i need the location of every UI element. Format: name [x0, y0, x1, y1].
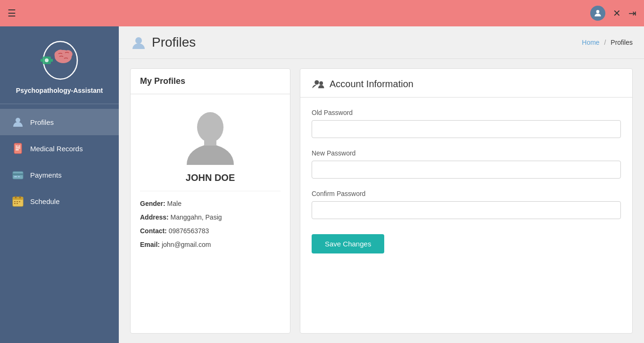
svg-rect-19 — [18, 176, 20, 177]
profile-avatar — [182, 104, 239, 165]
hamburger-icon[interactable]: ☰ — [8, 8, 16, 19]
svg-rect-23 — [19, 196, 21, 198]
address-label: Address: — [140, 213, 169, 221]
email-label: Email: — [140, 241, 160, 248]
sidebar-nav: Profiles Medical Records — [0, 104, 119, 219]
svg-rect-7 — [41, 59, 42, 62]
svg-point-33 — [319, 82, 323, 85]
sidebar: Psychopathology-Assistant Profiles — [0, 26, 119, 343]
breadcrumb-current: Profiles — [611, 39, 633, 46]
confirm-password-input[interactable] — [312, 201, 621, 219]
address-value: Manggahn, Pasig — [171, 213, 222, 221]
page-title: Profiles — [152, 35, 196, 50]
svg-rect-15 — [17, 145, 18, 146]
svg-point-32 — [314, 80, 319, 84]
account-card-header: Account Information — [300, 69, 632, 98]
contact-label: Contact: — [140, 227, 167, 235]
profile-card-body: JOHN DOE Gender: Male Address: Manggahn,… — [131, 94, 290, 263]
svg-rect-24 — [14, 201, 16, 202]
logout-icon[interactable]: ⇥ — [628, 8, 636, 19]
sidebar-item-schedule-label: Schedule — [30, 197, 60, 205]
page-header: Profiles Home / Profiles — [119, 26, 644, 59]
profile-info: Gender: Male Address: Manggahn, Pasig Co… — [140, 191, 281, 253]
svg-rect-18 — [14, 176, 17, 177]
contact-info: Contact: 09876563783 — [140, 226, 281, 236]
page-title-icon — [130, 34, 147, 51]
profile-card-header: My Profiles — [131, 69, 290, 94]
svg-rect-28 — [17, 203, 18, 204]
sidebar-item-payments[interactable]: Payments — [0, 162, 119, 188]
main-layout: Psychopathology-Assistant Profiles — [0, 26, 644, 343]
topbar-right: ✕ ⇥ — [590, 6, 636, 21]
topbar: ☰ ✕ ⇥ — [0, 0, 644, 26]
svg-rect-8 — [51, 59, 53, 62]
contact-value: 09876563783 — [169, 227, 209, 235]
app-logo — [36, 36, 83, 83]
save-changes-button[interactable]: Save Changes — [312, 234, 384, 253]
account-info-title: Account Information — [330, 79, 413, 90]
svg-rect-5 — [45, 57, 48, 58]
svg-rect-21 — [13, 197, 23, 200]
schedule-nav-icon — [11, 195, 25, 208]
medical-records-nav-icon — [11, 142, 25, 155]
confirm-password-label: Confirm Password — [312, 190, 621, 197]
confirm-password-group: Confirm Password — [312, 190, 621, 219]
svg-point-0 — [596, 10, 600, 13]
svg-point-29 — [135, 37, 142, 44]
expand-icon[interactable]: ✕ — [613, 8, 621, 19]
svg-rect-26 — [19, 201, 20, 202]
breadcrumb-home[interactable]: Home — [582, 39, 599, 46]
main-content: My Profiles JOHN DOE Gender: — [119, 59, 644, 343]
svg-point-30 — [197, 112, 223, 142]
svg-rect-17 — [13, 173, 23, 175]
breadcrumb-separator: / — [604, 39, 606, 46]
svg-rect-12 — [16, 147, 20, 148]
gender-label: Gender: — [140, 200, 165, 207]
old-password-label: Old Password — [312, 109, 621, 116]
gender-info: Gender: Male — [140, 199, 281, 209]
svg-rect-22 — [15, 196, 17, 198]
account-info-icon — [312, 78, 325, 90]
svg-rect-25 — [17, 201, 18, 202]
svg-rect-27 — [14, 203, 16, 204]
profiles-nav-icon — [11, 115, 25, 129]
sidebar-item-schedule[interactable]: Schedule — [0, 188, 119, 214]
sidebar-item-medical-records-label: Medical Records — [30, 145, 83, 153]
old-password-input[interactable] — [312, 120, 621, 138]
profile-card: My Profiles JOHN DOE Gender: — [130, 68, 290, 334]
new-password-group: New Password — [312, 149, 621, 179]
email-info: Email: john@gmail.com — [140, 240, 281, 250]
email-value: john@gmail.com — [162, 241, 211, 248]
app-name: Psychopathology-Assistant — [16, 87, 103, 94]
address-info: Address: Manggahn, Pasig — [140, 212, 281, 222]
page-title-area: Profiles — [130, 34, 196, 51]
gender-value: Male — [167, 200, 182, 207]
sidebar-item-profiles[interactable]: Profiles — [0, 109, 119, 135]
sidebar-logo-area: Psychopathology-Assistant — [0, 26, 119, 104]
user-avatar-icon[interactable] — [590, 6, 605, 21]
account-card: Account Information Old Password New Pas… — [300, 68, 633, 334]
topbar-left: ☰ — [8, 8, 16, 19]
profile-name: JOHN DOE — [186, 172, 235, 183]
sidebar-item-profiles-label: Profiles — [30, 118, 54, 126]
svg-rect-13 — [16, 149, 19, 150]
svg-rect-31 — [204, 139, 216, 146]
account-card-body: Old Password New Password Confirm Passwo… — [300, 98, 632, 265]
old-password-group: Old Password — [312, 109, 621, 138]
svg-point-4 — [45, 58, 49, 62]
breadcrumb: Home / Profiles — [582, 39, 633, 46]
new-password-input[interactable] — [312, 161, 621, 179]
svg-rect-6 — [45, 63, 48, 64]
payments-nav-icon — [11, 168, 25, 181]
sidebar-item-medical-records[interactable]: Medical Records — [0, 135, 119, 162]
svg-point-9 — [16, 118, 20, 122]
new-password-label: New Password — [312, 149, 621, 157]
content-area: Profiles Home / Profiles My Profiles — [119, 26, 644, 343]
sidebar-item-payments-label: Payments — [30, 171, 62, 179]
